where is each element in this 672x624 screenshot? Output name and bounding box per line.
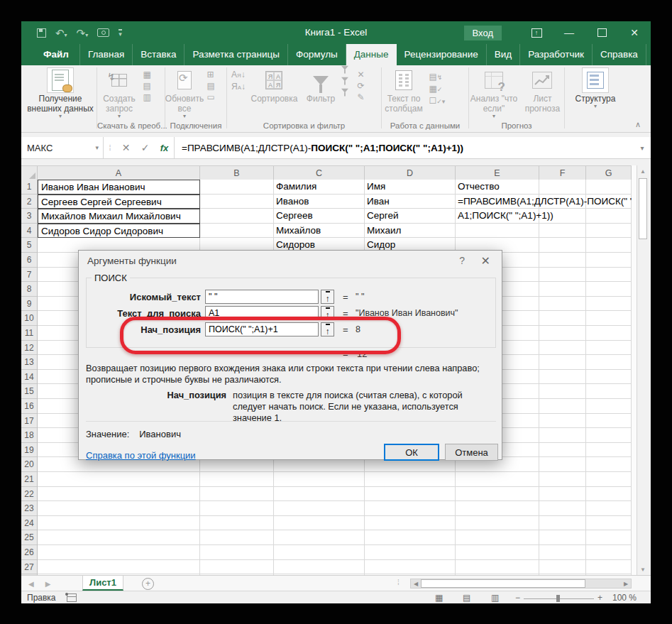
tab-file[interactable]: Файл [33,44,80,65]
tab-page-layout[interactable]: Разметка страницы [184,44,287,65]
nach-pozitsiya-input[interactable]: ПОИСК(" ";A1)+1 [205,322,319,336]
cell-e2-formula-line1[interactable]: =ПРАВСИМВ(А1;ДЛСТР(А1)-ПОИСК(" "; [455,195,632,209]
row-header-18[interactable]: 18 [21,428,37,443]
row-header-20[interactable]: 20 [21,457,37,472]
sort-button[interactable]: ЯААЯ Сортировка [248,68,299,104]
function-help-link[interactable]: Справка по этой функции [86,450,196,461]
row-header-21[interactable]: 21 [21,472,37,487]
filter-button[interactable]: Фильтр [303,68,338,104]
cell-c2[interactable]: Иванов [273,195,309,209]
enter-entry-button[interactable]: ✓ [136,137,155,158]
vertical-scrollbar[interactable]: ▲ ▼ [637,165,649,575]
cell-d1[interactable]: Имя [364,180,385,195]
cancel-button[interactable]: Отмена [445,444,498,461]
tab-help[interactable]: Справка [593,44,646,65]
next-sheet-icon[interactable]: ▶ [45,580,51,588]
scroll-right-icon[interactable]: ▶ [621,579,631,588]
cell-d4[interactable]: Михаил [364,224,401,239]
dialog-help-icon[interactable]: ? [459,255,465,266]
row-header-17[interactable]: 17 [21,414,37,429]
name-box[interactable]: МАКС▾ [21,137,104,158]
row-header-24[interactable]: 24 [21,516,37,531]
horizontal-scroll-thumb[interactable] [421,579,585,588]
tab-data[interactable]: Данные [346,44,397,65]
column-header-e[interactable]: E [456,166,539,180]
sort-ascending-icon[interactable]: АЯ↓ [231,70,246,80]
scroll-up-icon[interactable]: ▲ [637,165,649,177]
row-header-5[interactable]: 5 [21,238,37,253]
tab-insert[interactable]: Вставка [133,44,184,65]
row-header-8[interactable]: 8 [21,282,37,297]
cell-e2-formula-line2[interactable]: А1;ПОИСК(" ";А1)+1)) [455,209,632,224]
tab-home[interactable]: Главная [80,44,133,65]
insert-function-button[interactable]: fx [155,137,175,158]
row-header-26[interactable]: 26 [21,545,37,560]
row-header-12[interactable]: 12 [21,341,37,356]
cell-a2[interactable]: Сергеев Сергей Сергеевич [38,195,200,209]
tab-splitter[interactable]: ⁞ [397,579,400,586]
zoom-in-icon[interactable]: + [597,593,602,603]
horizontal-scrollbar[interactable]: ◀ ▶ [410,579,632,589]
row-header-1[interactable]: 1 [21,180,37,195]
row-header-9[interactable]: 9 [21,297,37,312]
expand-formula-bar-icon[interactable]: ▾ [634,137,651,158]
sign-in-button[interactable]: Вход [464,26,502,40]
prev-sheet-icon[interactable]: ◀ [28,580,34,588]
get-external-data-button[interactable]: Получение внешних данных▾ [24,68,97,119]
ok-button[interactable]: ОК [384,444,439,461]
row-header-27[interactable]: 27 [21,560,37,575]
data-validation-icon[interactable]: ☐✓▾ [429,97,445,106]
row-header-23[interactable]: 23 [21,501,37,516]
show-queries-icon[interactable]: ▦ [143,70,150,80]
cell-e1[interactable]: Отчество [455,180,500,195]
zoom-out-icon[interactable]: − [515,593,520,603]
row-header-19[interactable]: 19 [21,443,37,458]
advanced-filter-icon[interactable]: ✎ [341,93,364,102]
row-header-10[interactable]: 10 [21,311,37,326]
sheet-tab-list1[interactable]: Лист1 [82,576,123,591]
properties-icon[interactable]: ▤ [206,82,214,91]
flash-fill-icon[interactable]: ▤↯ [429,72,445,82]
cell-d3[interactable]: Сергей [364,209,398,224]
cell-c1[interactable]: Фамилия [273,180,316,195]
select-all-corner[interactable] [21,166,38,180]
structure-button[interactable]: Структура▾ [565,68,626,109]
horizontal-scroll-track[interactable] [585,579,621,588]
recent-sources-icon[interactable]: ▥ [143,93,150,102]
macro-record-icon[interactable] [67,593,77,602]
row-header-25[interactable]: 25 [21,530,37,545]
scroll-down-icon[interactable]: ▼ [637,564,649,575]
column-header-d[interactable]: D [365,166,456,180]
tab-view[interactable]: Вид [487,44,520,65]
what-if-analysis-button[interactable]: Анализ "что если"▾ [469,68,519,119]
row-header-2[interactable]: 2 [21,195,37,209]
column-header-c[interactable]: C [274,166,365,180]
text-to-columns-button[interactable]: Текст по столбцам [382,68,426,114]
scroll-left-icon[interactable]: ◀ [411,579,421,588]
edit-links-icon[interactable]: ▭ [206,93,214,102]
row-header-4[interactable]: 4 [21,224,37,239]
column-header-b[interactable]: B [200,166,274,180]
connections-icon[interactable]: ⊞ [206,70,214,80]
cell-a3[interactable]: Михайлов Михаил Михайлович [38,209,200,224]
cell-a1[interactable]: Иванов Иван Иванович [38,180,200,195]
tab-developer[interactable]: Разработчик [520,44,593,65]
row-header-11[interactable]: 11 [21,326,37,341]
formula-bar-splitter[interactable]: ⁞ [104,137,116,158]
sort-descending-icon[interactable]: ЯА↓ [231,82,246,92]
cell-d2[interactable]: Иван [364,195,390,209]
row-header-3[interactable]: 3 [21,209,37,224]
cell-c3[interactable]: Сергеев [273,209,313,224]
formula-input[interactable]: =ПРАВСИМВ(А1;ДЛСТР(А1)-ПОИСК(" ";А1;ПОИС… [175,137,634,158]
row-header-13[interactable]: 13 [21,355,37,370]
row-header-16[interactable]: 16 [21,399,37,414]
cell-a4[interactable]: Сидоров Сидор Сидорович [38,224,200,239]
remove-duplicates-icon[interactable]: ▦✓ [429,84,445,94]
minimize-button[interactable]: — [553,21,585,44]
row-header-14[interactable]: 14 [21,370,37,385]
collapse-dialog-button[interactable]: ↑ [321,306,334,320]
tekst-dlya-poiska-input[interactable]: A1 [205,306,319,320]
collapse-dialog-button[interactable]: ↑ [321,322,334,336]
forecast-sheet-button[interactable]: Лист прогноза [522,68,563,114]
close-button[interactable]: ✕ [618,21,651,44]
